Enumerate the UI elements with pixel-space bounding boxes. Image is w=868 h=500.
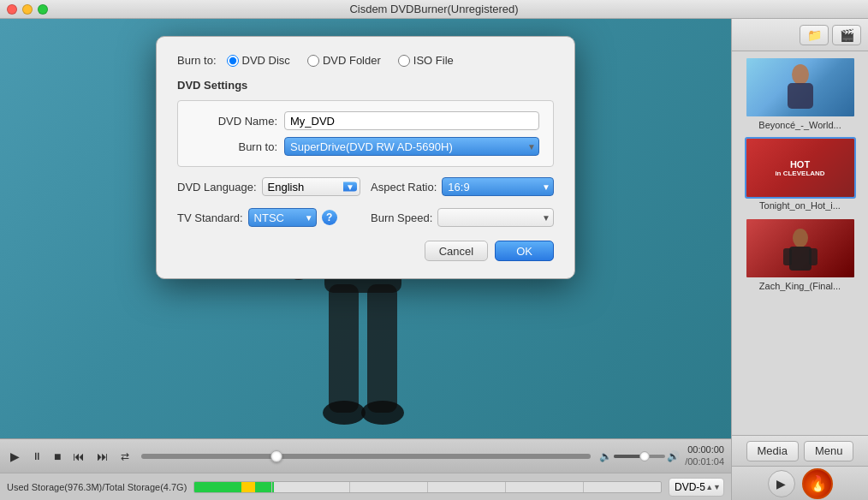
burn-to-device-select-wrap: SuperDrive(DVD RW AD-5690H) ▼	[284, 137, 539, 156]
dvd-settings-title: DVD Settings	[177, 79, 554, 92]
ok-button[interactable]: OK	[495, 241, 554, 261]
media-button[interactable]: Media	[746, 441, 799, 461]
dvd-type-select-wrap: DVD-5 DVD-9 ▲▼	[669, 478, 724, 497]
volume-low-icon: 🔈	[599, 450, 612, 462]
settings-form: DVD Name: Burn to: SuperDrive(DVD RW AD-…	[177, 100, 554, 167]
storage-label: Used Storage(976.3M)/Total Storage(4.7G)	[7, 482, 187, 492]
dvd-language-select-wrap: English ▼	[262, 177, 360, 196]
burn-speed-group: Burn Speed: ▼	[371, 208, 554, 227]
advanced-settings-row: DVD Language: English ▼ Aspect Ratio:	[177, 177, 554, 196]
tv-standard-select-wrap: NTSC PAL ▼	[248, 208, 317, 227]
progress-knob[interactable]	[271, 450, 282, 462]
progress-bar[interactable]	[141, 454, 591, 459]
storage-ticks	[194, 482, 661, 492]
main-content: Burn to: DVD Disc DVD Folder ISO File	[0, 19, 868, 500]
burn-to-device-label: Burn to:	[192, 140, 277, 153]
svg-rect-11	[789, 247, 812, 271]
dvd-language-select[interactable]: English	[262, 177, 360, 196]
burn-to-device-select[interactable]: SuperDrive(DVD RW AD-5690H)	[284, 137, 539, 156]
volume-knob[interactable]	[639, 451, 650, 461]
sidebar-play-button[interactable]: ▶	[768, 470, 795, 497]
titlebar: Cisdem DVDBurner(Unregistered)	[0, 0, 868, 19]
tick-4	[428, 482, 506, 492]
stop-button[interactable]: ■	[51, 448, 64, 465]
next-button[interactable]: ⏭	[93, 448, 112, 465]
burn-to-device-row: Burn to: SuperDrive(DVD RW AD-5690H) ▼	[192, 137, 539, 156]
iso-file-option[interactable]: ISO File	[398, 54, 454, 67]
burn-to-static-label: Burn to:	[177, 54, 217, 67]
close-button[interactable]	[7, 4, 17, 15]
volume-control: 🔈 🔊	[599, 450, 680, 462]
video-frame: Burn to: DVD Disc DVD Folder ISO File	[0, 19, 731, 438]
svg-point-10	[793, 229, 808, 247]
tv-standard-group: TV Standard: NTSC PAL ▼ ?	[177, 208, 360, 227]
prev-button[interactable]: ⏮	[69, 448, 88, 465]
list-item[interactable]: HOT in CLEVELAND Tonight_on_Hot_i...	[737, 137, 863, 211]
thumbnail-list: Beyoncé_-_World... HOT in CLEVELAND Toni…	[732, 51, 868, 435]
beyonce-figure	[770, 62, 830, 113]
svg-rect-9	[788, 83, 813, 109]
dialog-overlay: Burn to: DVD Disc DVD Folder ISO File	[0, 19, 731, 438]
window-title: Cisdem DVDBurner(Unregistered)	[349, 3, 518, 15]
burn-speed-select[interactable]	[437, 208, 554, 227]
help-button[interactable]: ?	[322, 210, 337, 225]
dvd-language-label: DVD Language:	[177, 181, 257, 193]
tick-3	[350, 482, 428, 492]
hot-text: HOT in CLEVELAND	[775, 159, 824, 177]
storage-track	[193, 481, 662, 493]
thumbnail-hot: HOT in CLEVELAND	[745, 137, 856, 199]
zach-figure	[770, 223, 830, 274]
iso-file-radio[interactable]	[398, 55, 410, 67]
dialog-buttons: Cancel OK	[177, 241, 554, 261]
dvd-name-input[interactable]	[284, 111, 539, 130]
add-folder-button[interactable]: 📁	[800, 25, 829, 45]
list-item[interactable]: Zach_King_(Final...	[737, 217, 863, 291]
traffic-lights	[7, 4, 48, 15]
time-display: 00:00:00 /00:01:04	[685, 444, 724, 467]
dvd-folder-radio[interactable]	[307, 55, 319, 67]
sidebar-play-icon: ▶	[776, 477, 786, 491]
aspect-ratio-group: Aspect Ratio: 16:9 4:3 ▼	[371, 177, 554, 196]
menu-button[interactable]: Menu	[804, 441, 854, 461]
dvd-folder-option[interactable]: DVD Folder	[307, 54, 381, 67]
aspect-ratio-select[interactable]: 16:9 4:3	[442, 177, 554, 196]
burn-button[interactable]: 🔥	[802, 468, 833, 499]
burn-speed-select-wrap: ▼	[437, 208, 554, 227]
dvd-language-group: DVD Language: English ▼	[177, 177, 360, 196]
add-media-button[interactable]: 🎬	[832, 25, 861, 45]
time-current: 00:00:00	[687, 444, 724, 455]
tick-6	[584, 482, 661, 492]
volume-slider[interactable]	[614, 455, 665, 458]
dvd-name-row: DVD Name:	[192, 111, 539, 130]
film-icon: 🎬	[840, 28, 854, 42]
maximize-button[interactable]	[38, 4, 48, 15]
minimize-button[interactable]	[22, 4, 33, 15]
beyonce-label: Beyoncé_-_World...	[737, 120, 863, 130]
dvd-folder-label: DVD Folder	[323, 54, 381, 67]
dvd-type-select[interactable]: DVD-5 DVD-9	[669, 478, 724, 497]
tv-standard-select[interactable]: NTSC PAL	[248, 208, 317, 227]
aspect-ratio-label: Aspect Ratio:	[371, 181, 437, 193]
storage-bar-area: Used Storage(976.3M)/Total Storage(4.7G)	[0, 473, 731, 500]
dvd-disc-label: DVD Disc	[242, 54, 290, 67]
tv-standard-label: TV Standard:	[177, 211, 243, 224]
cancel-button[interactable]: Cancel	[425, 241, 488, 261]
tick-5	[506, 482, 584, 492]
volume-high-icon: 🔊	[667, 450, 680, 462]
thumb-hot-bg: HOT in CLEVELAND	[746, 139, 854, 197]
list-item[interactable]: Beyoncé_-_World...	[737, 57, 863, 130]
hot-label: Tonight_on_Hot_i...	[737, 200, 863, 211]
thumbnail-zach	[745, 217, 856, 279]
dvd-name-label: DVD Name:	[192, 115, 277, 128]
sidebar-toolbar: 📁 🎬	[732, 19, 868, 51]
zach-label: Zach_King_(Final...	[737, 281, 863, 291]
dvd-disc-radio[interactable]	[227, 55, 239, 67]
sidebar-media-menu: Media Menu	[732, 435, 868, 466]
hot-subtitle: in CLEVELAND	[775, 170, 824, 177]
dvd-disc-option[interactable]: DVD Disc	[227, 54, 290, 67]
hot-title: HOT	[775, 159, 824, 170]
play-button[interactable]: ▶	[7, 448, 23, 465]
time-total: /00:01:04	[685, 456, 724, 467]
pause-button[interactable]: ⏸	[28, 449, 45, 464]
shuffle-button[interactable]: ⇄	[117, 449, 133, 464]
